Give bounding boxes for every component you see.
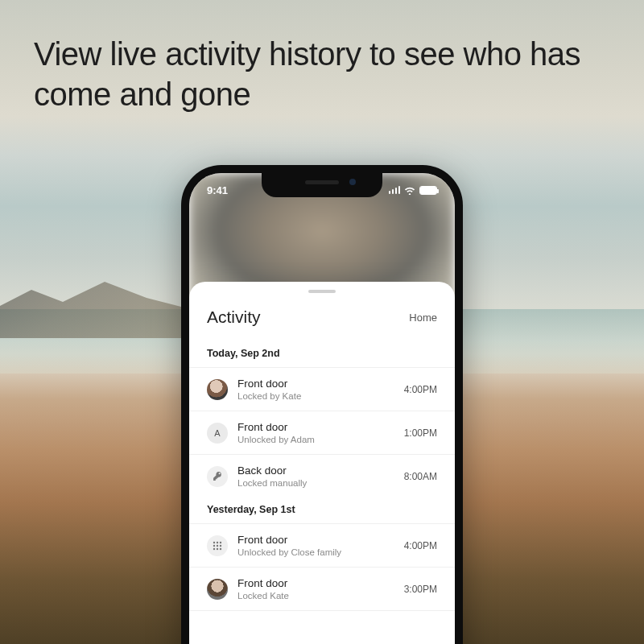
activity-row-time: 1:00PM <box>404 427 437 439</box>
keypad-icon <box>207 535 228 556</box>
activity-row-body: Front doorLocked by Kate <box>237 378 394 401</box>
status-time: 9:41 <box>207 184 228 196</box>
activity-row-time: 4:00PM <box>404 384 437 395</box>
cellular-signal-icon <box>389 186 401 194</box>
activity-row-title: Front door <box>237 577 394 589</box>
activity-row[interactable]: Front doorLocked Kate3:00PM <box>189 567 455 611</box>
activity-row-title: Front door <box>237 421 394 433</box>
section-label: Yesterday, Sep 1st <box>189 497 455 523</box>
activity-row-subtitle: Unlocked by Close family <box>237 547 394 557</box>
svg-point-7 <box>217 547 218 549</box>
svg-point-0 <box>213 541 215 543</box>
avatar-photo <box>207 579 228 600</box>
activity-row-body: Front doorUnlocked by Adam <box>237 421 394 444</box>
svg-point-2 <box>220 541 221 543</box>
activity-row[interactable]: Back doorLocked manually8:00AM <box>189 454 455 497</box>
activity-row-subtitle: Locked Kate <box>237 591 394 601</box>
key-icon <box>207 466 228 487</box>
phone-frame: 9:41 Activity Home Today, Sep 2ndFront d… <box>181 165 463 644</box>
sheet-grabber[interactable] <box>308 290 336 293</box>
phone-notch <box>262 173 382 197</box>
svg-point-6 <box>213 547 215 549</box>
sheet-header: Activity Home <box>189 304 455 341</box>
activity-row-title: Back door <box>237 464 394 477</box>
activity-row-subtitle: Unlocked by Adam <box>237 435 394 444</box>
wifi-icon <box>404 186 415 195</box>
activity-row[interactable]: Front doorUnlocked by Close family4:00PM <box>189 523 455 567</box>
activity-row-body: Front doorUnlocked by Close family <box>237 534 394 557</box>
section-label: Today, Sep 2nd <box>189 341 455 367</box>
activity-row-title: Front door <box>237 378 394 390</box>
activity-row-body: Back doorLocked manually <box>237 464 394 488</box>
svg-point-4 <box>217 544 218 546</box>
activity-row-subtitle: Locked by Kate <box>237 391 394 401</box>
location-selector[interactable]: Home <box>409 312 437 324</box>
sheet-title: Activity <box>207 308 261 327</box>
activity-row[interactable]: Front doorLocked by Kate4:00PM <box>189 367 455 411</box>
svg-point-1 <box>217 541 218 543</box>
phone-screen: 9:41 Activity Home Today, Sep 2ndFront d… <box>189 173 455 644</box>
activity-row-time: 3:00PM <box>404 584 437 595</box>
marketing-background: View live activity history to see who ha… <box>0 0 644 644</box>
avatar-photo <box>207 379 228 400</box>
activity-row-time: 8:00AM <box>404 471 437 482</box>
marketing-headline: View live activity history to see who ha… <box>34 34 610 114</box>
activity-sheet[interactable]: Activity Home Today, Sep 2ndFront doorLo… <box>189 282 455 644</box>
svg-point-8 <box>220 547 221 549</box>
background-hills <box>0 258 209 338</box>
svg-point-5 <box>220 544 221 546</box>
activity-row-subtitle: Locked manually <box>237 478 394 488</box>
activity-row-body: Front doorLocked Kate <box>237 577 394 601</box>
avatar-initial: A <box>207 423 228 444</box>
svg-point-3 <box>213 544 215 546</box>
activity-row[interactable]: AFront doorUnlocked by Adam1:00PM <box>189 411 455 454</box>
activity-row-time: 4:00PM <box>404 540 437 551</box>
activity-row-title: Front door <box>237 534 394 546</box>
battery-icon <box>419 186 437 195</box>
